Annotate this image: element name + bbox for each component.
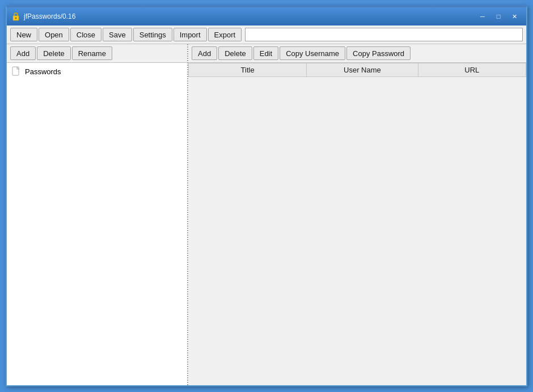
folder-list: Passwords <box>7 63 187 385</box>
main-toolbar: New Open Close Save Settings Import Expo… <box>7 25 526 44</box>
document-icon <box>11 66 22 76</box>
minimize-button[interactable]: ─ <box>475 11 490 22</box>
right-delete-button[interactable]: Delete <box>218 46 252 60</box>
list-item[interactable]: Passwords <box>9 65 185 78</box>
open-button[interactable]: Open <box>39 28 69 41</box>
right-toolbar: Add Delete Edit Copy Username Copy Passw… <box>188 44 526 63</box>
left-panel: Add Delete Rename Passwords <box>7 44 188 385</box>
settings-button[interactable]: Settings <box>133 28 172 41</box>
content-area: Add Delete Rename Passwords Add Del <box>7 44 526 385</box>
list-item-label: Passwords <box>25 67 61 76</box>
app-icon <box>11 12 20 21</box>
close-file-button[interactable]: Close <box>70 28 101 41</box>
import-button[interactable]: Import <box>174 28 207 41</box>
passwords-table: Title User Name URL <box>188 63 526 77</box>
save-button[interactable]: Save <box>103 28 132 41</box>
export-button[interactable]: Export <box>208 28 242 41</box>
svg-point-1 <box>15 18 17 19</box>
title-bar: jfPasswords/0.16 ─ □ ✕ <box>7 7 526 25</box>
column-username: User Name <box>307 63 418 77</box>
search-input[interactable] <box>245 28 523 41</box>
left-add-button[interactable]: Add <box>10 46 36 60</box>
close-button[interactable]: ✕ <box>507 11 522 22</box>
main-window: jfPasswords/0.16 ─ □ ✕ New Open Close Sa… <box>6 6 527 386</box>
window-title: jfPasswords/0.16 <box>24 12 475 20</box>
right-add-button[interactable]: Add <box>192 46 217 60</box>
column-url: URL <box>418 63 526 77</box>
copy-username-button[interactable]: Copy Username <box>280 46 345 60</box>
column-title: Title <box>189 63 307 77</box>
left-delete-button[interactable]: Delete <box>37 46 71 60</box>
left-rename-button[interactable]: Rename <box>72 46 112 60</box>
new-button[interactable]: New <box>10 28 37 41</box>
window-controls: ─ □ ✕ <box>475 11 522 22</box>
table-container: Title User Name URL <box>188 63 526 385</box>
left-toolbar: Add Delete Rename <box>7 44 187 63</box>
edit-button[interactable]: Edit <box>253 46 278 60</box>
maximize-button[interactable]: □ <box>491 11 506 22</box>
right-panel: Add Delete Edit Copy Username Copy Passw… <box>188 44 526 385</box>
copy-password-button[interactable]: Copy Password <box>346 46 411 60</box>
